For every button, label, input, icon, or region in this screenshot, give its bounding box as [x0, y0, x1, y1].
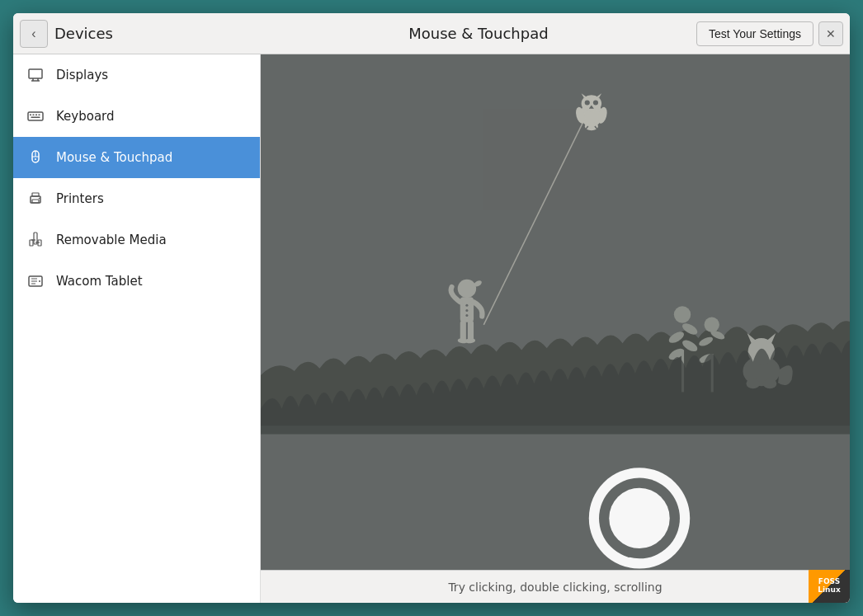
svg-point-71	[609, 488, 669, 548]
sidebar-item-printers[interactable]: Printers	[13, 178, 260, 219]
svg-point-42	[458, 280, 476, 298]
section-title: Devices	[54, 25, 113, 42]
keyboard-icon	[26, 107, 45, 125]
svg-point-31	[582, 95, 601, 111]
scene-illustration	[261, 54, 850, 570]
titlebar-center-title: Mouse & Touchpad	[261, 25, 696, 42]
mouse-touchpad-label: Mouse & Touchpad	[56, 150, 172, 165]
svg-point-35	[593, 100, 598, 105]
printer-icon	[26, 190, 45, 208]
svg-rect-7	[35, 115, 37, 116]
wacom-tablet-label: Wacom Tablet	[56, 274, 143, 289]
app-window: ‹ Devices Mouse & Touchpad Test Your Set…	[13, 13, 850, 603]
back-icon: ‹	[31, 26, 35, 41]
content-area: Displays Keyboard	[13, 54, 850, 603]
svg-rect-4	[28, 112, 43, 120]
back-button[interactable]: ‹	[20, 20, 48, 48]
sidebar-item-keyboard[interactable]: Keyboard	[13, 96, 260, 137]
svg-rect-9	[31, 117, 40, 119]
svg-rect-0	[29, 69, 42, 78]
titlebar-right: Test Your Settings ✕	[696, 21, 850, 46]
status-bar: Try clicking, double clicking, scrolling…	[261, 570, 850, 603]
svg-point-50	[465, 309, 468, 312]
keyboard-label: Keyboard	[56, 109, 115, 124]
svg-rect-28	[261, 54, 850, 570]
svg-point-51	[465, 314, 468, 317]
test-settings-button[interactable]: Test Your Settings	[696, 21, 813, 46]
sidebar-item-mouse-touchpad[interactable]: Mouse & Touchpad	[13, 137, 260, 178]
sidebar-item-wacom-tablet[interactable]: Wacom Tablet	[13, 261, 260, 302]
svg-point-62	[705, 317, 719, 332]
svg-point-13	[35, 158, 36, 160]
hint-text: Try clicking, double clicking, scrolling	[448, 581, 662, 594]
svg-point-17	[39, 198, 40, 200]
usb-icon	[26, 231, 45, 249]
sidebar-item-displays[interactable]: Displays	[13, 54, 260, 96]
sidebar-item-removable-media[interactable]: Removable Media	[13, 219, 260, 261]
main-panel: Try clicking, double clicking, scrolling…	[261, 54, 850, 603]
mouse-icon	[26, 148, 45, 167]
svg-point-49	[465, 304, 468, 307]
tablet-icon	[26, 272, 45, 290]
display-icon	[26, 66, 45, 84]
svg-rect-19	[30, 240, 33, 246]
displays-label: Displays	[56, 68, 108, 82]
svg-point-57	[674, 306, 691, 322]
close-icon: ✕	[826, 27, 836, 40]
sidebar: Displays Keyboard	[13, 54, 261, 603]
svg-rect-5	[30, 115, 31, 116]
foss-text-line2: Linux	[818, 586, 840, 595]
printers-label: Printers	[56, 191, 104, 206]
svg-point-39	[585, 122, 598, 130]
removable-media-label: Removable Media	[56, 233, 167, 247]
svg-point-34	[585, 100, 590, 105]
test-scene[interactable]	[261, 54, 850, 570]
titlebar: ‹ Devices Mouse & Touchpad Test Your Set…	[13, 13, 850, 54]
svg-point-24	[39, 280, 40, 282]
svg-rect-6	[33, 115, 35, 116]
foss-badge: FOSS Linux	[809, 570, 850, 603]
close-button[interactable]: ✕	[818, 21, 843, 46]
test-settings-label: Test Your Settings	[709, 27, 801, 40]
svg-rect-8	[39, 115, 40, 116]
window-title: Mouse & Touchpad	[408, 25, 548, 42]
titlebar-left: ‹ Devices	[13, 20, 261, 48]
